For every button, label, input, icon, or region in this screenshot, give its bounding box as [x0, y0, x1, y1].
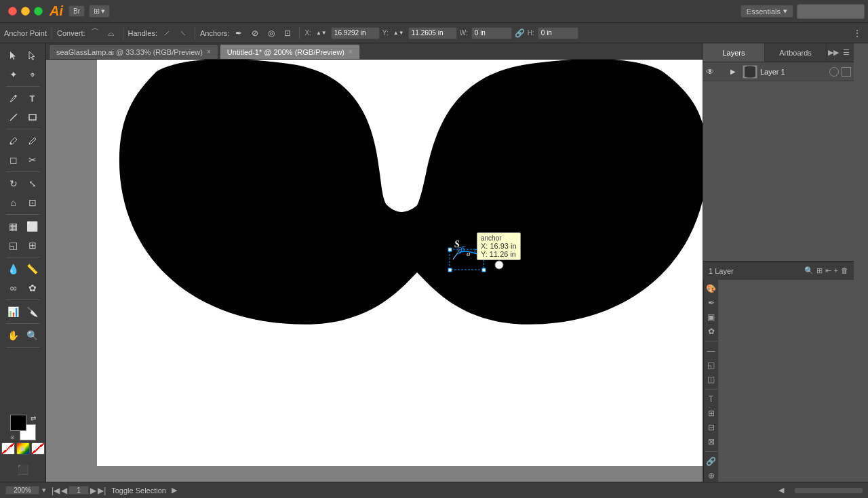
free-transform-button[interactable]: ⊡	[24, 194, 41, 211]
stroke-panel-icon[interactable]: —	[705, 345, 717, 357]
measure-tool-button[interactable]: 📏	[24, 260, 41, 278]
scissors-tool-button[interactable]: ✂	[24, 151, 41, 169]
first-page-icon[interactable]: |◀	[52, 486, 60, 495]
arrange-button[interactable]: ⊞ ▾	[89, 5, 110, 18]
anchor-pen-icon[interactable]: ✒	[232, 27, 245, 39]
pencil-tool-button[interactable]	[24, 132, 41, 150]
handles-type1-icon[interactable]: ⟋	[160, 27, 174, 39]
color-panel-icon[interactable]: 🎨	[705, 283, 717, 295]
transform-panel-icon[interactable]: ⊞	[705, 407, 717, 419]
convert-corner-icon[interactable]: ⌓	[104, 27, 118, 39]
direct-selection-tool-button[interactable]	[24, 47, 41, 64]
search-input[interactable]	[797, 4, 865, 19]
reset-colors-icon[interactable]: ⊙	[10, 434, 15, 440]
color-squares[interactable]: ⇄ ⊙	[10, 415, 36, 440]
eraser-tool-button[interactable]: ◻	[5, 151, 22, 169]
artboard-tool-button[interactable]: ⬜	[24, 217, 41, 235]
type-tool-button[interactable]: T	[24, 89, 41, 107]
prev-page-icon[interactable]: ◀	[61, 486, 67, 495]
panel-forward-icon[interactable]: ▶▶	[827, 47, 840, 58]
rotate-tool-button[interactable]: ↻	[5, 175, 22, 192]
artboards-tab[interactable]: Artboards	[765, 43, 827, 62]
swatches-panel-icon[interactable]: ▣	[705, 311, 717, 323]
slice-tool-button[interactable]: 🔪	[24, 303, 41, 320]
layer-expand-icon[interactable]: ▶	[730, 68, 740, 75]
link-icon[interactable]: 🔗	[515, 28, 525, 38]
canvas[interactable]: S S a anchor X: 16.93 in Y: 11.26 in	[46, 60, 703, 482]
next-page-icon[interactable]: ▶	[90, 486, 96, 495]
x-decrement-icon[interactable]: ▲▼	[315, 27, 328, 39]
none-color-button[interactable]: ⊘	[1, 442, 15, 455]
graph-tool-button[interactable]: ▦	[5, 217, 22, 235]
anchor-settings-icon[interactable]: ⊡	[281, 27, 294, 39]
zoom-input[interactable]	[5, 486, 39, 495]
tab-close-untitled[interactable]: ×	[349, 48, 353, 56]
layers-tab[interactable]: Layers	[703, 43, 765, 62]
line-tool-button[interactable]	[5, 108, 22, 126]
layer-row[interactable]: 👁 ▶ Layer 1	[703, 62, 854, 81]
handles-type2-icon[interactable]: ⟍	[176, 27, 190, 39]
page-input[interactable]	[68, 486, 89, 495]
gradient-panel-icon[interactable]: ◱	[705, 359, 717, 371]
maximize-button[interactable]	[34, 7, 43, 16]
align-panel-icon[interactable]: ⊟	[705, 421, 717, 434]
minimize-button[interactable]	[21, 7, 30, 16]
screen-mode-button[interactable]: ⬛	[14, 461, 32, 478]
paintbrush-tool-button[interactable]	[5, 132, 22, 150]
swap-colors-icon[interactable]: ⇄	[31, 415, 36, 422]
create-new-layer-icon[interactable]: +	[834, 266, 838, 275]
last-page-icon[interactable]: ▶|	[98, 486, 106, 495]
more-options-icon[interactable]: ⋮	[850, 27, 864, 39]
layer-select-icon[interactable]	[842, 67, 851, 77]
close-button[interactable]	[8, 7, 17, 16]
layer-target-icon[interactable]	[829, 67, 839, 77]
foreground-color-swatch[interactable]	[10, 415, 26, 431]
play-button[interactable]: ▶	[172, 486, 177, 495]
none-stroke-button[interactable]: ▢	[31, 442, 45, 455]
eyedropper-tool-button[interactable]: 💧	[5, 260, 22, 278]
warp-tool-button[interactable]: ⌂	[5, 194, 22, 211]
tab-untitled[interactable]: Untitled-1* @ 200% (RGB/Preview) ×	[220, 44, 360, 59]
w-input[interactable]	[471, 27, 512, 39]
blend-tool-button[interactable]: ∞	[5, 279, 22, 297]
delete-layer-icon[interactable]: 🗑	[841, 266, 848, 275]
panel-menu-icon[interactable]: ☰	[842, 47, 851, 58]
magic-wand-tool-button[interactable]: ✦	[5, 66, 22, 83]
pen-tool-button[interactable]	[5, 89, 22, 107]
y-input[interactable]: 11.2605 in	[408, 27, 457, 39]
variables-panel-icon[interactable]: ⊕	[705, 470, 717, 482]
symbols-panel-icon[interactable]: ✿	[705, 325, 717, 337]
transparency-panel-icon[interactable]: ◫	[705, 373, 717, 386]
make-sublayer-icon[interactable]: ⊞	[816, 266, 823, 275]
h-input[interactable]	[538, 27, 578, 39]
lasso-tool-button[interactable]: ⌖	[24, 66, 41, 83]
symbol-tool-button[interactable]: ✿	[24, 279, 41, 297]
color-mode-button[interactable]: ▣	[16, 442, 30, 455]
search-layers-icon[interactable]: 🔍	[804, 266, 814, 275]
gradient-tool-button[interactable]: ◱	[5, 236, 22, 254]
tab-close-seaglasslamp[interactable]: ×	[207, 48, 211, 56]
collapse-button[interactable]: ◀	[778, 486, 784, 495]
essentials-button[interactable]: Essentials ▾	[741, 5, 793, 18]
bridge-button[interactable]: Br	[68, 5, 85, 17]
anchor-smooth-icon[interactable]: ◎	[264, 27, 278, 39]
y-decrement-icon[interactable]: ▲▼	[392, 27, 406, 39]
pathfinder-panel-icon[interactable]: ⊠	[705, 436, 717, 448]
selection-tool-button[interactable]	[5, 47, 22, 64]
type-panel-icon[interactable]: T	[705, 393, 717, 405]
hand-tool-button[interactable]: ✋	[5, 327, 22, 344]
layer-visibility-icon[interactable]: 👁	[706, 67, 718, 77]
zoom-tool-button[interactable]: 🔍	[24, 327, 41, 344]
x-input[interactable]: 16.9292 in	[331, 27, 380, 39]
convert-smooth-icon[interactable]: ⌒	[88, 27, 102, 39]
rect-tool-button[interactable]	[24, 108, 41, 126]
brushes-panel-icon[interactable]: ✒	[705, 297, 717, 309]
anchor-remove-icon[interactable]: ⊘	[248, 27, 262, 39]
scale-tool-button[interactable]: ⤡	[24, 175, 41, 192]
move-to-layer-icon[interactable]: ⇤	[825, 266, 831, 275]
mesh-tool-button[interactable]: ⊞	[24, 236, 41, 254]
tab-seaglasslamp[interactable]: seaGlassLamp.ai @ 33.33% (RGB/Preview) ×	[49, 44, 218, 59]
links-panel-icon[interactable]: 🔗	[705, 455, 717, 468]
zoom-dropdown-icon[interactable]: ▾	[42, 486, 46, 495]
column-graph-tool-button[interactable]: 📊	[5, 303, 22, 320]
